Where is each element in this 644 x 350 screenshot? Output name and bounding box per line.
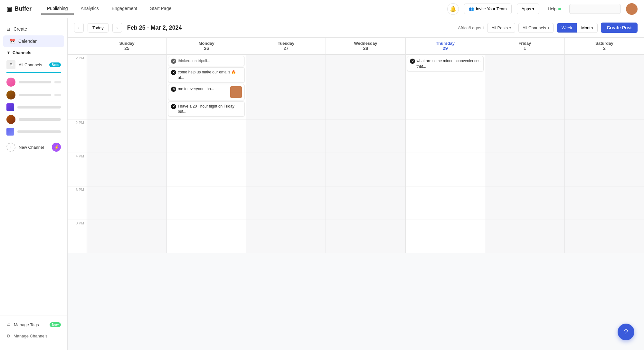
channel-item[interactable] — [0, 76, 67, 89]
cell-sun-4[interactable] — [87, 153, 166, 186]
cell-tue-8[interactable] — [246, 220, 326, 253]
prev-week-button[interactable]: ‹ — [74, 23, 84, 33]
search-input[interactable] — [569, 4, 621, 14]
cell-sun-12[interactable] — [87, 54, 166, 119]
nav-link-startpage[interactable]: Start Page — [144, 3, 177, 14]
sidebar-calendar[interactable]: 📅 Calendar — [3, 35, 64, 47]
chevron-down-icon: ▾ — [532, 6, 535, 11]
time-label-4pm: 4 PM — [68, 153, 87, 186]
avatar[interactable] — [626, 3, 638, 15]
help-float-button[interactable]: ? — [618, 324, 634, 340]
x-social-icon: ✕ — [171, 59, 176, 64]
main-layout: ⊟ Create 📅 Calendar ▼ Channels ⊞ All Cha… — [0, 18, 644, 350]
all-posts-filter[interactable]: All Posts ▾ — [487, 23, 515, 33]
cell-thu-2[interactable] — [405, 119, 485, 153]
invite-team-button[interactable]: 👥 Invite Your Team — [464, 4, 512, 14]
day-number: 26 — [169, 46, 243, 51]
cell-wed-12[interactable] — [326, 54, 405, 119]
apps-button[interactable]: Apps ▾ — [517, 4, 540, 14]
cell-sun-8[interactable] — [87, 220, 166, 253]
event-text: thinkers on tripoli... — [178, 58, 210, 64]
chevron-down-icon: ▾ — [509, 26, 511, 30]
cell-mon-8[interactable] — [166, 220, 246, 253]
sidebar-create[interactable]: ⊟ Create — [0, 23, 67, 35]
cell-mon-4[interactable] — [166, 153, 246, 186]
cell-sun-6[interactable] — [87, 186, 166, 220]
cell-tue-2[interactable] — [246, 119, 326, 153]
nav-link-analytics[interactable]: Analytics — [75, 3, 105, 14]
calendar-event[interactable]: ✕ thinkers on tripoli... — [168, 56, 245, 66]
manage-tags-item[interactable]: 🏷 Manage Tags New — [0, 319, 67, 330]
day-name: Tuesday — [249, 41, 323, 46]
notification-bell[interactable]: 🔔 — [447, 3, 459, 15]
sidebar-bottom: 🏷 Manage Tags New ⚙ Manage Channels — [0, 316, 67, 345]
all-channels-item[interactable]: ⊞ All Channels Beta — [0, 58, 67, 72]
header-wednesday: Wednesday 28 — [326, 38, 405, 54]
cell-sat-6[interactable] — [564, 186, 644, 220]
new-channel-button[interactable]: + New Channel ⚡ — [0, 139, 67, 155]
cell-sat-4[interactable] — [564, 153, 644, 186]
channel-item[interactable] — [0, 101, 67, 113]
bell-icon: 🔔 — [450, 6, 456, 12]
nav-link-publishing[interactable]: Publishing — [41, 3, 74, 14]
calendar-event[interactable]: ✕ what are some minor inconveniences tha… — [407, 56, 484, 71]
header-friday: Friday 1 — [485, 38, 564, 54]
channel-name-bar-4 — [19, 118, 61, 121]
cell-thu-12[interactable]: ✕ what are some minor inconveniences tha… — [405, 54, 485, 119]
cell-tue-4[interactable] — [246, 153, 326, 186]
time-row-12pm: 12 PM ✕ thinkers on tripoli... ✕ come he… — [68, 54, 644, 119]
cell-fri-8[interactable] — [485, 220, 564, 253]
cell-thu-6[interactable] — [405, 186, 485, 220]
channel-count-1 — [54, 81, 61, 83]
calendar-event[interactable]: ✕ I have a 20+ hour flight on Friday but… — [168, 101, 245, 117]
help-button[interactable]: Help — [545, 4, 564, 14]
cell-mon-6[interactable] — [166, 186, 246, 220]
cell-wed-2[interactable] — [326, 119, 405, 153]
x-social-icon: ✕ — [410, 59, 415, 64]
channel-avatar-1 — [6, 78, 15, 87]
chevron-down-icon: ▾ — [548, 26, 549, 30]
sidebar: ⊟ Create 📅 Calendar ▼ Channels ⊞ All Cha… — [0, 18, 68, 350]
cell-tue-12[interactable] — [246, 54, 326, 119]
channel-item[interactable] — [0, 89, 67, 101]
month-view-button[interactable]: Month — [577, 23, 597, 33]
next-week-button[interactable]: › — [112, 23, 122, 33]
cell-wed-4[interactable] — [326, 153, 405, 186]
cell-sat-12[interactable] — [564, 54, 644, 119]
all-channels-grid-icon: ⊞ — [6, 60, 15, 69]
channels-header[interactable]: ▼ Channels — [0, 48, 67, 58]
top-nav: ▣ Buffer Publishing Analytics Engagement… — [0, 0, 644, 18]
cell-thu-4[interactable] — [405, 153, 485, 186]
week-view-button[interactable]: Week — [557, 23, 577, 33]
today-button[interactable]: Today — [88, 23, 109, 33]
channel-avatar-5 — [6, 128, 14, 136]
channel-item[interactable] — [0, 113, 67, 126]
cell-tue-6[interactable] — [246, 186, 326, 220]
calendar-event[interactable]: ✕ come help us make our emails 🔥 at... — [168, 67, 245, 83]
create-post-button[interactable]: Create Post — [601, 23, 638, 33]
channel-name-bar-1 — [19, 81, 51, 83]
cell-fri-12[interactable] — [485, 54, 564, 119]
logo[interactable]: ▣ Buffer — [6, 5, 32, 13]
x-social-icon: ✕ — [171, 70, 176, 75]
cell-mon-12[interactable]: ✕ thinkers on tripoli... ✕ come help us … — [166, 54, 246, 119]
cell-fri-4[interactable] — [485, 153, 564, 186]
cell-mon-2[interactable] — [166, 119, 246, 153]
day-name: Saturday — [567, 41, 641, 46]
cell-sat-2[interactable] — [564, 119, 644, 153]
cell-thu-8[interactable] — [405, 220, 485, 253]
cell-sat-8[interactable] — [564, 220, 644, 253]
nav-link-engagement[interactable]: Engagement — [106, 3, 143, 14]
all-channels-filter[interactable]: All Channels ▾ — [518, 23, 554, 33]
help-online-dot — [558, 8, 561, 10]
cell-fri-6[interactable] — [485, 186, 564, 220]
channel-item[interactable] — [0, 126, 67, 137]
calendar-event[interactable]: ✕ me to everyone tha... — [168, 84, 245, 100]
cell-sun-2[interactable] — [87, 119, 166, 153]
cell-wed-8[interactable] — [326, 220, 405, 253]
question-icon: ? — [624, 328, 628, 336]
manage-channels-item[interactable]: ⚙ Manage Channels — [0, 330, 67, 342]
cell-wed-6[interactable] — [326, 186, 405, 220]
cell-fri-2[interactable] — [485, 119, 564, 153]
new-badge: New — [50, 322, 61, 327]
